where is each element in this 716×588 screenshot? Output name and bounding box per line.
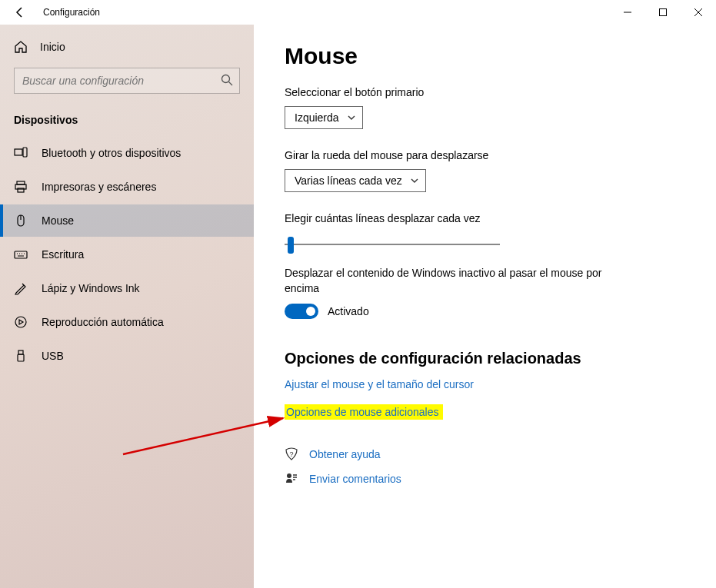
help-icon: ? [285, 447, 298, 461]
sidebar-item-label: Escritura [42, 248, 84, 261]
sidebar-item-label: USB [42, 350, 64, 362]
sidebar-item-bluetooth[interactable]: Bluetooth y otros dispositivos [0, 137, 254, 169]
dropdown-value: Varias líneas cada vez [295, 174, 402, 187]
scroll-dropdown[interactable]: Varias líneas cada vez [285, 169, 426, 192]
page-title: Mouse [285, 43, 685, 69]
minimize-button[interactable] [610, 0, 645, 25]
feedback-icon [285, 472, 298, 486]
sidebar-item-label: Reproducción automática [42, 316, 164, 328]
maximize-button[interactable] [645, 0, 681, 25]
lines-slider[interactable] [285, 237, 500, 252]
sidebar-item-label: Bluetooth y otros dispositivos [42, 147, 181, 159]
svg-point-14 [287, 473, 291, 478]
home-icon [14, 40, 28, 54]
link-cursor-size[interactable]: Ajustar el mouse y el tamaño del cursor [285, 378, 685, 390]
sidebar-item-label: Lápiz y Windows Ink [42, 282, 140, 294]
svg-rect-4 [17, 181, 25, 184]
sidebar-item-pen[interactable]: Lápiz y Windows Ink [0, 272, 254, 304]
main-content: Mouse Seleccionar el botón primario Izqu… [254, 25, 716, 588]
related-heading: Opciones de configuración relacionadas [285, 350, 685, 367]
home-nav[interactable]: Inicio [0, 34, 254, 60]
keyboard-icon [14, 247, 28, 261]
printer-icon [14, 180, 28, 194]
sidebar-item-autoplay[interactable]: Reproducción automática [0, 306, 254, 338]
svg-rect-3 [23, 148, 27, 157]
inactive-scroll-label: Desplazar el contenido de Windows inacti… [285, 266, 638, 296]
home-label: Inicio [40, 41, 65, 53]
primary-button-dropdown[interactable]: Izquierda [285, 106, 363, 129]
link-feedback[interactable]: Enviar comentarios [309, 473, 401, 485]
svg-text:?: ? [289, 450, 293, 458]
app-title: Configuración [43, 7, 100, 18]
scroll-label: Girar la rueda del mouse para desplazars… [285, 149, 685, 161]
svg-point-10 [15, 317, 26, 327]
sidebar-item-typing[interactable]: Escritura [0, 238, 254, 271]
search-icon [221, 74, 233, 86]
chevron-down-icon [410, 176, 419, 185]
pen-icon [14, 281, 28, 295]
dropdown-value: Izquierda [295, 111, 339, 124]
svg-rect-9 [15, 251, 27, 258]
chevron-down-icon [347, 113, 356, 122]
link-additional-options[interactable]: Opciones de mouse adicionales [285, 404, 443, 420]
sidebar-item-label: Impresoras y escáneres [42, 181, 156, 193]
toggle-knob [306, 307, 315, 316]
back-button[interactable] [12, 5, 28, 20]
sidebar-item-usb[interactable]: USB [0, 340, 254, 372]
autoplay-icon [14, 315, 28, 329]
sidebar-item-printers[interactable]: Impresoras y escáneres [0, 171, 254, 203]
sidebar-item-label: Mouse [42, 214, 74, 227]
close-button[interactable] [681, 0, 716, 25]
devices-icon [14, 146, 28, 160]
svg-rect-11 [18, 350, 23, 354]
link-get-help[interactable]: Obtener ayuda [309, 448, 381, 460]
slider-thumb[interactable] [288, 237, 294, 254]
usb-icon [14, 349, 28, 363]
section-label: Dispositivos [0, 108, 254, 135]
lines-label: Elegir cuántas líneas desplazar cada vez [285, 212, 685, 224]
slider-track [285, 244, 500, 245]
svg-rect-0 [660, 9, 667, 16]
sidebar: Inicio Dispositivos Bluetooth y otros di… [0, 25, 254, 588]
svg-point-1 [222, 75, 230, 83]
svg-rect-12 [18, 354, 24, 361]
primary-button-label: Seleccionar el botón primario [285, 86, 685, 98]
svg-rect-2 [15, 149, 22, 155]
toggle-state-label: Activado [328, 305, 369, 317]
sidebar-item-mouse[interactable]: Mouse [0, 204, 254, 237]
search-input[interactable] [14, 68, 240, 94]
inactive-scroll-toggle[interactable] [285, 304, 318, 319]
mouse-icon [14, 214, 28, 228]
